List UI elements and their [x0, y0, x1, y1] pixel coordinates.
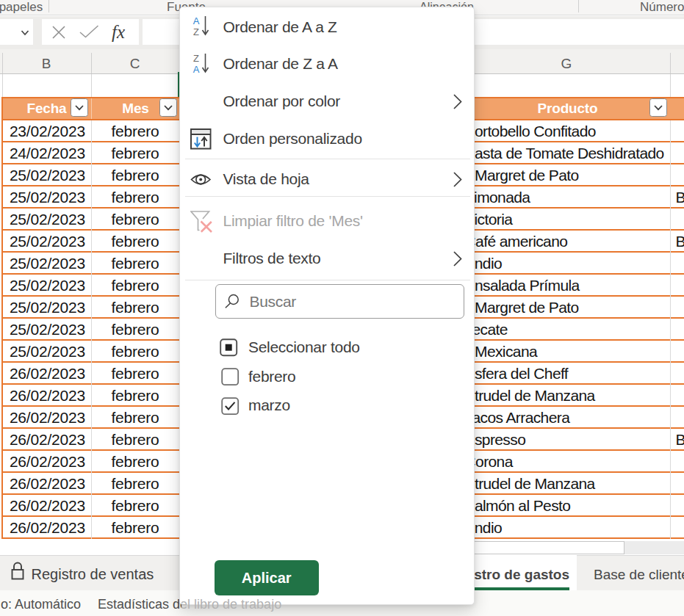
svg-text:Z: Z [193, 26, 199, 37]
svg-text:Z: Z [193, 53, 199, 64]
svg-text:A: A [193, 15, 200, 26]
svg-text:A: A [193, 64, 200, 75]
